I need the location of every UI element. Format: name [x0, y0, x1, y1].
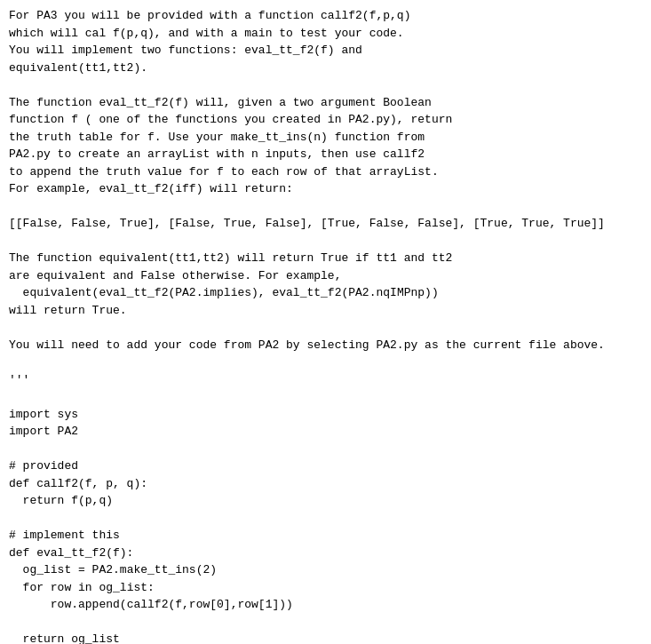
- code-line: [9, 76, 642, 94]
- code-line: [9, 614, 642, 632]
- code-line: [9, 233, 642, 250]
- code-line: For PA3 you will be provided with a func…: [9, 7, 642, 25]
- code-line: function f ( one of the functions you cr…: [9, 111, 642, 129]
- code-line: equivalent(eval_tt_f2(PA2.implies), eval…: [9, 284, 642, 302]
- code-line: will return True.: [9, 302, 642, 320]
- code-line: You will implement two functions: eval_t…: [9, 42, 642, 60]
- code-line: equivalent(tt1,tt2).: [9, 60, 642, 77]
- code-line: og_list = PA2.make_tt_ins(2): [9, 561, 642, 579]
- code-line: The function eval_tt_f2(f) will, given a…: [9, 94, 642, 112]
- code-line: For example, eval_tt_f2(iff) will return…: [9, 180, 642, 198]
- code-editor: For PA3 you will be provided with a func…: [0, 0, 651, 644]
- code-line: ''': [9, 371, 642, 389]
- code-line: which will cal f(p,q), and with a main t…: [9, 25, 642, 43]
- code-line: import PA2: [9, 423, 642, 441]
- code-line: def callf2(f, p, q):: [9, 475, 642, 493]
- code-line: def eval_tt_f2(f):: [9, 545, 642, 562]
- code-line: the truth table for f. Use your make_tt_…: [9, 129, 642, 147]
- code-line: for row in og_list:: [9, 579, 642, 597]
- code-line: [9, 319, 642, 337]
- code-line: The function equivalent(tt1,tt2) will re…: [9, 250, 642, 267]
- code-line: to append the truth value for f to each …: [9, 163, 642, 181]
- code-line: [[False, False, True], [False, True, Fal…: [9, 215, 642, 233]
- code-line: [9, 388, 642, 406]
- code-line: [9, 354, 642, 371]
- code-line: row.append(callf2(f,row[0],row[1])): [9, 596, 642, 614]
- code-line: [9, 510, 642, 528]
- code-line: [9, 441, 642, 458]
- code-line: return f(p,q): [9, 492, 642, 510]
- code-line: return og_list: [9, 631, 642, 644]
- code-line: [9, 198, 642, 216]
- code-line: import sys: [9, 406, 642, 424]
- code-line: # provided: [9, 457, 642, 475]
- code-line: You will need to add your code from PA2 …: [9, 337, 642, 354]
- code-line: PA2.py to create an arrayList with n inp…: [9, 146, 642, 163]
- code-line: # implement this: [9, 527, 642, 545]
- code-line: are equivalent and False otherwise. For …: [9, 267, 642, 285]
